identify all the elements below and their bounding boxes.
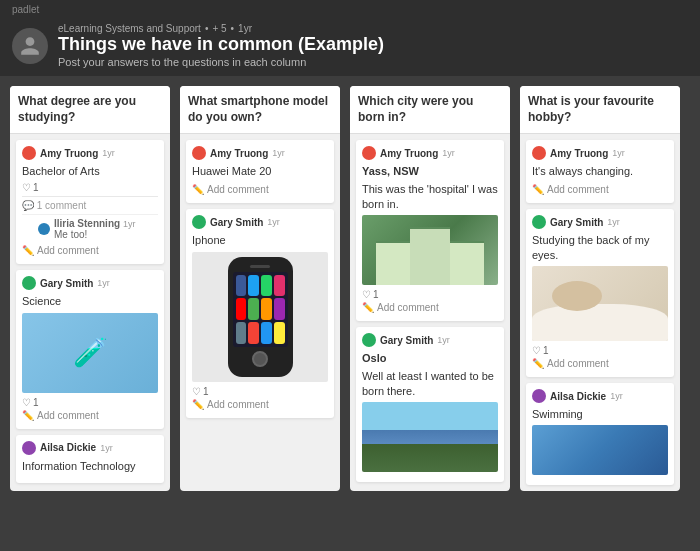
card-content: Swimming bbox=[532, 407, 668, 421]
app-icon bbox=[236, 298, 247, 320]
card-image-science: 🧪 bbox=[22, 313, 158, 393]
app-icon bbox=[236, 322, 247, 344]
user-icon bbox=[19, 35, 41, 57]
app-icon bbox=[248, 298, 259, 320]
card-time: 1yr bbox=[267, 217, 280, 227]
column-body-city: Amy Truong 1yr Yass, NSW This was the 'h… bbox=[350, 134, 510, 488]
header-info: eLearning Systems and Support • + 5 • 1y… bbox=[58, 23, 384, 68]
card-time: 1yr bbox=[437, 335, 450, 345]
card-like[interactable]: ♡ 1 bbox=[22, 182, 39, 193]
card-user: Gary Smith 1yr bbox=[192, 215, 328, 229]
card-content: Studying the back of my eyes. bbox=[532, 233, 668, 262]
card-reply: Iliria Stenning 1yrMe too! bbox=[22, 214, 158, 243]
phone-screen bbox=[233, 272, 288, 347]
app-icon bbox=[248, 275, 259, 297]
column-header-degree: What degree are you studying? bbox=[10, 86, 170, 134]
add-comment-button[interactable]: ✏️ Add comment bbox=[532, 356, 668, 371]
heart-icon: ♡ bbox=[22, 182, 31, 193]
add-comment-button[interactable]: ✏️ Add comment bbox=[22, 408, 158, 423]
column-smartphone: What smartphone model do you own? Amy Tr… bbox=[180, 86, 340, 491]
card-comment-count: 💬 1 comment bbox=[22, 200, 158, 211]
card: Gary Smith 1yr Studying the back of my e… bbox=[526, 209, 674, 377]
heart-icon: ♡ bbox=[192, 386, 201, 397]
card: Amy Truong 1yr Yass, NSW This was the 'h… bbox=[356, 140, 504, 321]
header-meta: eLearning Systems and Support • + 5 • 1y… bbox=[58, 23, 384, 34]
avatar bbox=[192, 215, 206, 229]
phone-speaker bbox=[250, 265, 270, 268]
card-username: Gary Smith bbox=[550, 217, 603, 228]
card-username: Ailsa Dickie bbox=[550, 391, 606, 402]
card-user: Gary Smith 1yr bbox=[532, 215, 668, 229]
card-user: Amy Truong 1yr bbox=[192, 146, 328, 160]
column-header-city: Which city were you born in? bbox=[350, 86, 510, 134]
card: Ailsa Dickie 1yr Swimming bbox=[526, 383, 674, 485]
card-time: 1yr bbox=[610, 391, 623, 401]
card-like[interactable]: ♡ 1 bbox=[532, 345, 549, 356]
card-time: 1yr bbox=[607, 217, 620, 227]
card-user: Ailsa Dickie 1yr bbox=[22, 441, 158, 455]
card-like[interactable]: ♡ 1 bbox=[192, 386, 209, 397]
pencil-icon: ✏️ bbox=[532, 358, 544, 369]
header-avatar bbox=[12, 28, 48, 64]
app-icon bbox=[236, 275, 247, 297]
card-actions: ♡ 1 bbox=[362, 289, 498, 300]
card-username: Gary Smith bbox=[40, 278, 93, 289]
card: Amy Truong 1yr Bachelor of Arts ♡ 1 💬 1 … bbox=[16, 140, 164, 264]
card-image-swimming bbox=[532, 425, 668, 475]
pencil-icon: ✏️ bbox=[192, 184, 204, 195]
card: Gary Smith 1yr Oslo Well at least I want… bbox=[356, 327, 504, 482]
page-title: Things we have in common (Example) bbox=[58, 34, 384, 55]
card-user: Gary Smith 1yr bbox=[22, 276, 158, 290]
card: Gary Smith 1yr Iphone bbox=[186, 209, 334, 417]
phone-body bbox=[228, 257, 293, 377]
card-username: Amy Truong bbox=[380, 148, 438, 159]
heart-icon: ♡ bbox=[22, 397, 31, 408]
avatar bbox=[22, 146, 36, 160]
card-time: 1yr bbox=[612, 148, 625, 158]
card-subcontent: This was the 'hospital' I was born in. bbox=[362, 182, 498, 211]
card: Ailsa Dickie 1yr Information Technology bbox=[16, 435, 164, 483]
card-username: Amy Truong bbox=[40, 148, 98, 159]
card-user: Gary Smith 1yr bbox=[362, 333, 498, 347]
card-content: Yass, NSW bbox=[362, 164, 498, 178]
header: eLearning Systems and Support • + 5 • 1y… bbox=[0, 15, 700, 76]
phone-home-button bbox=[252, 351, 268, 367]
app-icon bbox=[261, 275, 272, 297]
card-actions: ♡ 1 bbox=[22, 397, 158, 408]
card-content: Information Technology bbox=[22, 459, 158, 473]
card-actions: ♡ 1 bbox=[22, 182, 158, 193]
card-time: 1yr bbox=[97, 278, 110, 288]
column-body-degree: Amy Truong 1yr Bachelor of Arts ♡ 1 💬 1 … bbox=[10, 134, 170, 489]
card-content: Huawei Mate 20 bbox=[192, 164, 328, 178]
card-image-hospital bbox=[362, 215, 498, 285]
avatar bbox=[22, 276, 36, 290]
card-like[interactable]: ♡ 1 bbox=[362, 289, 379, 300]
card-like[interactable]: ♡ 1 bbox=[22, 397, 39, 408]
add-comment-button[interactable]: ✏️ Add comment bbox=[192, 182, 328, 197]
add-comment-button[interactable]: ✏️ Add comment bbox=[192, 397, 328, 412]
pencil-icon: ✏️ bbox=[22, 410, 34, 421]
separator bbox=[22, 196, 158, 197]
card-content: Science bbox=[22, 294, 158, 308]
app-icon bbox=[248, 322, 259, 344]
card: Amy Truong 1yr Huawei Mate 20 ✏️ Add com… bbox=[186, 140, 334, 203]
padlet-label: padlet bbox=[0, 0, 700, 15]
add-comment-button[interactable]: ✏️ Add comment bbox=[22, 243, 158, 258]
page-subtitle: Post your answers to the questions in ea… bbox=[58, 56, 384, 68]
app-icon bbox=[261, 298, 272, 320]
add-comment-button[interactable]: ✏️ Add comment bbox=[532, 182, 668, 197]
reply-avatar bbox=[38, 223, 50, 235]
card-content: Iphone bbox=[192, 233, 328, 247]
avatar bbox=[362, 333, 376, 347]
pencil-icon: ✏️ bbox=[362, 302, 374, 313]
avatar bbox=[22, 441, 36, 455]
card-subcontent: Well at least I wanted to be born there. bbox=[362, 369, 498, 398]
card-user: Amy Truong 1yr bbox=[362, 146, 498, 160]
add-comment-button[interactable]: ✏️ Add comment bbox=[362, 300, 498, 315]
card-actions: ♡ 1 bbox=[532, 345, 668, 356]
app-icon bbox=[274, 322, 285, 344]
card-time: 1yr bbox=[442, 148, 455, 158]
card-user: Amy Truong 1yr bbox=[22, 146, 158, 160]
heart-icon: ♡ bbox=[362, 289, 371, 300]
column-degree: What degree are you studying? Amy Truong… bbox=[10, 86, 170, 491]
